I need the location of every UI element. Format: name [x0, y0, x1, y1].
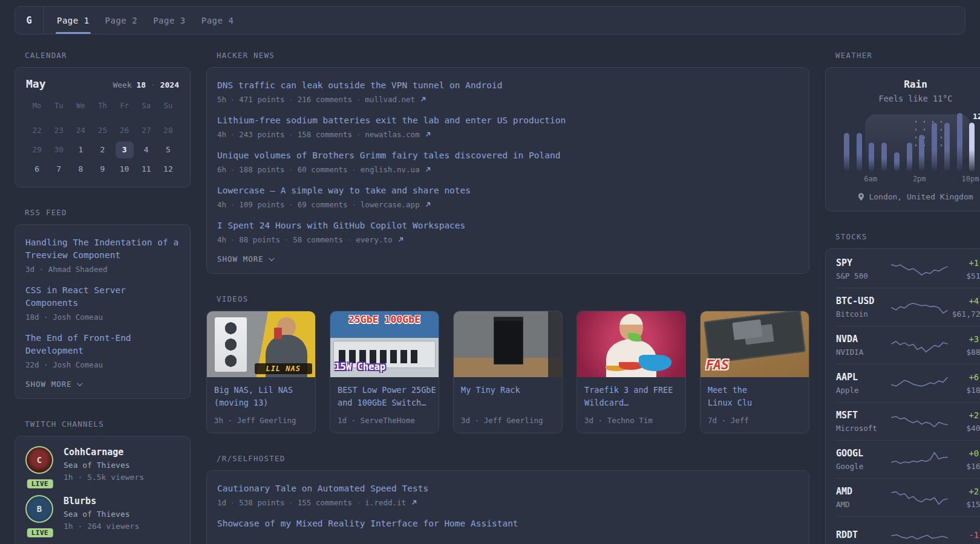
separator-dot: · — [356, 131, 361, 139]
video-card[interactable]: FAS Meet the Linux Clu 7d · Jeff — [700, 311, 809, 433]
app-logo[interactable]: G — [15, 7, 44, 34]
video-title-line: Meet the — [708, 384, 802, 397]
hacker-news-item: Lithium-free sodium batteries exit the l… — [217, 114, 799, 139]
stock-names: RDDT — [836, 529, 892, 543]
stock-values: +4.40% $61,725.48 — [947, 295, 980, 320]
twitch-channel-viewers: 1h · 5.5k viewers — [64, 471, 144, 483]
stock-row[interactable]: NVDA NVIDIA +3.52% $888.40 — [836, 326, 980, 364]
page-tab[interactable]: Page 2 — [97, 7, 146, 34]
rss-card: Handling The Indentation of a Treeview C… — [15, 224, 191, 399]
item-domain[interactable]: english.nv.ua — [361, 165, 420, 174]
page-tab[interactable]: Page 4 — [194, 7, 242, 34]
item-age: 4h — [217, 130, 226, 139]
item-domain[interactable]: i.redd.it — [365, 498, 406, 507]
reddit-item-title[interactable]: Showcase of my Mixed Reality Interface f… — [217, 517, 799, 530]
calendar-day-header: Tu — [48, 99, 70, 113]
reddit-item: Cautionary Tale on Automated Speed Tests… — [217, 482, 799, 507]
stock-change-percent: +2.94% — [947, 485, 980, 497]
item-age: 6h — [217, 165, 226, 174]
twitch-channel-row[interactable]: C LIVE CohhCarnage Sea of Thieves 1h · 5… — [25, 446, 180, 483]
calendar-day-cell: 29 — [26, 141, 48, 159]
calendar-day-number: 6 — [34, 164, 39, 173]
stock-row[interactable]: AMD AMD +2.94% $150.45 — [836, 479, 980, 517]
rss-item-title[interactable]: Handling The Indentation of a Treeview C… — [25, 236, 180, 262]
video-meta: 7d · Jeff — [708, 409, 802, 425]
video-card[interactable]: My Tiny Rack 3d · Jeff Geerling — [453, 311, 563, 433]
item-points: 109 points — [239, 200, 284, 209]
item-age: 1d — [217, 498, 226, 507]
reddit-item-title[interactable]: Cautionary Tale on Automated Speed Tests — [217, 482, 799, 495]
twitch-channel-name: Blurbs — [64, 495, 139, 507]
item-domain[interactable]: lowercase.app — [361, 200, 420, 209]
twitch-channel-viewers: 1h · 264 viewers — [64, 520, 139, 532]
page-tab[interactable]: Page 3 — [145, 7, 194, 34]
item-comments[interactable]: 58 comments — [293, 235, 343, 244]
calendar-day-cell: 9 — [91, 160, 113, 178]
item-comments[interactable]: 60 comments — [298, 165, 348, 174]
video-card[interactable]: LIL NAS Big NAS, Lil NAS (moving 13) 3h … — [206, 311, 316, 433]
item-comments[interactable]: 69 comments — [298, 200, 348, 209]
hacker-news-item-title[interactable]: Lowercase – A simple way to take and sha… — [217, 184, 799, 197]
page-tab[interactable]: Page 1 — [49, 7, 97, 34]
hacker-news-show-more-label: SHOW MORE — [217, 254, 264, 264]
rss-item-title[interactable]: The End of Front-End Development — [25, 332, 180, 357]
stock-row[interactable]: SPY S&P 500 +1.29% $511.57 — [836, 250, 980, 288]
hacker-news-item-title[interactable]: I Spent 24 Hours with GitHub Copilot Wor… — [217, 219, 799, 232]
video-title-line: Wildcard… — [584, 397, 678, 409]
chevron-down-icon — [269, 255, 275, 261]
stock-names: NVDA NVIDIA — [836, 333, 892, 358]
rss-item-title[interactable]: CSS in React Server Components — [25, 284, 180, 309]
separator-dot: · — [289, 131, 293, 139]
page-tabs: Page 1 Page 2 Page 3 Page 4 — [49, 7, 241, 34]
stock-row[interactable]: MSFT Microsoft +2.16% $406.43 — [836, 403, 980, 441]
stock-ticker: MSFT — [836, 409, 892, 421]
item-domain[interactable]: every.to — [356, 235, 392, 244]
stock-row[interactable]: RDDT -1.65% — [836, 517, 980, 544]
video-thumbnail — [454, 311, 562, 377]
video-card[interactable]: Traefik 3 and FREE Wildcard… 3d · Techno… — [577, 311, 686, 433]
hacker-news-item-title[interactable]: Unique volumes of Brothers Grimm fairy t… — [217, 149, 799, 162]
calendar-widget-label: CALENDAR — [25, 51, 191, 60]
rss-show-more-button[interactable]: SHOW MORE — [25, 380, 180, 389]
item-comments[interactable]: 216 comments — [298, 95, 352, 104]
twitch-widget-label: TWITCH CHANNELS — [25, 419, 191, 429]
calendar-day-number: 29 — [32, 145, 42, 154]
hacker-news-item-meta: 5h · 471 points · 216 comments · mullvad… — [217, 95, 799, 104]
calendar-day-number: 30 — [54, 145, 64, 154]
stock-row[interactable]: AAPL Apple +6.87% $184.91 — [836, 364, 980, 403]
video-card[interactable]: 25GbE 100GbE 15W Cheap BEST Low Power 25… — [330, 311, 439, 433]
hacker-news-widget-label: HACKER NEWS — [217, 51, 809, 60]
hacker-news-item-title[interactable]: Lithium-free sodium batteries exit the l… — [217, 114, 799, 127]
reddit-card: Cautionary Tale on Automated Speed Tests… — [206, 470, 809, 544]
stock-change-percent: +6.87% — [947, 371, 980, 383]
weather-location: London, United Kingdom — [837, 192, 980, 201]
item-comments[interactable]: 158 comments — [298, 130, 352, 139]
thumbnail-shape — [274, 328, 282, 339]
stock-row[interactable]: GOOGL Google +0.10% $166.78 — [836, 441, 980, 479]
weather-x-label — [840, 175, 852, 183]
stock-row[interactable]: BTC-USD Bitcoin +4.40% $61,725.48 — [836, 288, 980, 326]
weather-temp-bar — [957, 113, 962, 171]
item-domain[interactable]: mullvad.net — [365, 95, 415, 104]
hacker-news-item-title[interactable]: DNS traffic can leak outside the VPN tun… — [217, 79, 799, 92]
stocks-widget: STOCKS SPY S&P 500 — [825, 232, 980, 544]
reddit-item: Showcase of my Mixed Reality Interface f… — [217, 517, 799, 530]
calendar-day-number: 1 — [78, 145, 83, 154]
stock-names: AAPL Apple — [836, 371, 892, 396]
twitch-channel-row[interactable]: B LIVE Blurbs Sea of Thieves 1h · 264 vi… — [25, 495, 180, 532]
stock-company-name: Microsoft — [836, 423, 892, 434]
external-link-icon — [420, 97, 426, 102]
video-card-body: Big NAS, Lil NAS (moving 13) 3h · Jeff G… — [207, 377, 315, 433]
twitch-channel-game: Sea of Thieves — [64, 508, 139, 520]
external-link-icon — [398, 237, 403, 242]
hacker-news-item-meta: 6h · 188 points · 60 comments · english.… — [217, 165, 799, 174]
calendar-year: 2024 — [160, 80, 179, 89]
rss-widget-label: RSS FEED — [25, 208, 191, 217]
item-domain[interactable]: newatlas.com — [365, 130, 419, 139]
calendar-day-number: 4 — [144, 145, 149, 154]
item-comments[interactable]: 155 comments — [298, 498, 352, 507]
stock-change-percent: +3.52% — [947, 333, 980, 345]
calendar-week-year: Week 18 · 2024 — [113, 80, 179, 89]
hacker-news-show-more-button[interactable]: SHOW MORE — [217, 254, 799, 264]
calendar-day-cell: 10 — [114, 160, 136, 178]
